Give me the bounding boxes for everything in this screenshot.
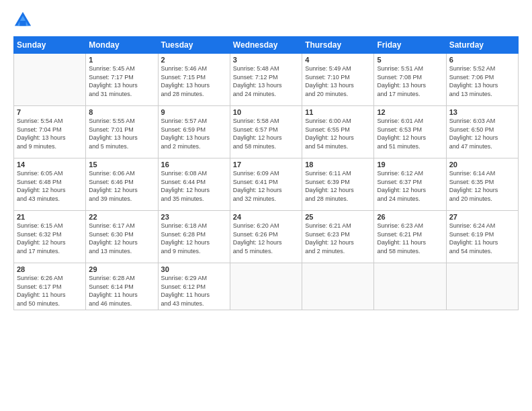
day-info: Sunrise: 6:14 AMSunset: 6:35 PMDaylight:…: [449, 169, 515, 203]
day-info: Sunrise: 6:28 AMSunset: 6:14 PMDaylight:…: [89, 274, 154, 308]
day-info: Sunrise: 5:52 AMSunset: 7:06 PMDaylight:…: [449, 64, 515, 98]
day-info: Sunrise: 6:21 AMSunset: 6:23 PMDaylight:…: [305, 222, 371, 255]
calendar-cell: 3Sunrise: 5:48 AMSunset: 7:12 PMDaylight…: [230, 54, 302, 106]
calendar-cell: 20Sunrise: 6:14 AMSunset: 6:35 PMDayligh…: [446, 158, 518, 211]
day-info: Sunrise: 6:29 AMSunset: 6:12 PMDaylight:…: [161, 274, 227, 308]
day-number: 16: [161, 161, 227, 169]
day-number: 19: [377, 161, 443, 169]
logo: [13, 11, 35, 30]
calendar-cell: [230, 263, 302, 310]
calendar-cell: 8Sunrise: 5:55 AMSunset: 7:01 PMDaylight…: [86, 106, 158, 158]
day-info: Sunrise: 5:54 AMSunset: 7:04 PMDaylight:…: [17, 117, 83, 150]
calendar-week-row: 7Sunrise: 5:54 AMSunset: 7:04 PMDaylight…: [14, 106, 519, 158]
day-number: 4: [305, 56, 371, 64]
day-info: Sunrise: 6:12 AMSunset: 6:37 PMDaylight:…: [377, 169, 443, 203]
calendar-cell: 2Sunrise: 5:46 AMSunset: 7:15 PMDaylight…: [158, 54, 230, 106]
calendar-cell: 9Sunrise: 5:57 AMSunset: 6:59 PMDaylight…: [158, 106, 230, 158]
calendar-cell: 19Sunrise: 6:12 AMSunset: 6:37 PMDayligh…: [374, 158, 446, 211]
day-info: Sunrise: 6:17 AMSunset: 6:30 PMDaylight:…: [89, 222, 154, 255]
calendar-cell: 13Sunrise: 6:03 AMSunset: 6:50 PMDayligh…: [446, 106, 518, 158]
day-number: 1: [89, 56, 154, 64]
calendar-cell: 12Sunrise: 6:01 AMSunset: 6:53 PMDayligh…: [374, 106, 446, 158]
day-number: 13: [449, 108, 515, 116]
calendar-cell: 23Sunrise: 6:18 AMSunset: 6:28 PMDayligh…: [158, 211, 230, 263]
calendar-cell: 15Sunrise: 6:06 AMSunset: 6:46 PMDayligh…: [86, 158, 158, 211]
calendar-cell: [446, 263, 518, 310]
weekday-header-friday: Friday: [374, 37, 446, 54]
day-number: 30: [161, 265, 227, 273]
weekday-header-row: SundayMondayTuesdayWednesdayThursdayFrid…: [14, 37, 519, 54]
calendar-cell: 24Sunrise: 6:20 AMSunset: 6:26 PMDayligh…: [230, 211, 302, 263]
day-info: Sunrise: 6:15 AMSunset: 6:32 PMDaylight:…: [17, 222, 83, 255]
weekday-header-wednesday: Wednesday: [230, 37, 302, 54]
day-number: 14: [17, 161, 83, 169]
day-info: Sunrise: 5:58 AMSunset: 6:57 PMDaylight:…: [233, 117, 299, 150]
day-number: 23: [161, 213, 227, 221]
day-number: 27: [449, 213, 515, 221]
calendar-cell: 5Sunrise: 5:51 AMSunset: 7:08 PMDaylight…: [374, 54, 446, 106]
day-info: Sunrise: 6:24 AMSunset: 6:19 PMDaylight:…: [449, 222, 515, 255]
day-number: 2: [161, 56, 227, 64]
calendar-cell: 16Sunrise: 6:08 AMSunset: 6:44 PMDayligh…: [158, 158, 230, 211]
calendar-cell: 22Sunrise: 6:17 AMSunset: 6:30 PMDayligh…: [86, 211, 158, 263]
calendar-cell: 29Sunrise: 6:28 AMSunset: 6:14 PMDayligh…: [86, 263, 158, 310]
calendar-week-row: 14Sunrise: 6:05 AMSunset: 6:48 PMDayligh…: [14, 158, 519, 211]
day-info: Sunrise: 6:09 AMSunset: 6:41 PMDaylight:…: [233, 169, 299, 203]
day-info: Sunrise: 5:48 AMSunset: 7:12 PMDaylight:…: [233, 64, 299, 98]
calendar-cell: [14, 54, 86, 106]
day-info: Sunrise: 5:51 AMSunset: 7:08 PMDaylight:…: [377, 64, 443, 98]
day-number: 29: [89, 265, 154, 273]
header: [13, 11, 519, 30]
calendar-page: SundayMondayTuesdayWednesdayThursdayFrid…: [0, 0, 532, 411]
calendar-cell: 4Sunrise: 5:49 AMSunset: 7:10 PMDaylight…: [302, 54, 374, 106]
weekday-header-thursday: Thursday: [302, 37, 374, 54]
day-number: 6: [449, 56, 515, 64]
day-number: 18: [305, 161, 371, 169]
weekday-header-sunday: Sunday: [14, 37, 86, 54]
day-info: Sunrise: 6:03 AMSunset: 6:50 PMDaylight:…: [449, 117, 515, 150]
day-number: 22: [89, 213, 154, 221]
calendar-cell: 26Sunrise: 6:23 AMSunset: 6:21 PMDayligh…: [374, 211, 446, 263]
day-number: 3: [233, 56, 299, 64]
weekday-header-saturday: Saturday: [446, 37, 518, 54]
calendar-table: SundayMondayTuesdayWednesdayThursdayFrid…: [13, 36, 519, 310]
calendar-cell: 25Sunrise: 6:21 AMSunset: 6:23 PMDayligh…: [302, 211, 374, 263]
day-info: Sunrise: 5:45 AMSunset: 7:17 PMDaylight:…: [89, 64, 154, 98]
day-info: Sunrise: 6:26 AMSunset: 6:17 PMDaylight:…: [17, 274, 83, 308]
svg-rect-2: [19, 21, 26, 26]
day-number: 20: [449, 161, 515, 169]
day-info: Sunrise: 5:55 AMSunset: 7:01 PMDaylight:…: [89, 117, 154, 150]
day-info: Sunrise: 5:57 AMSunset: 6:59 PMDaylight:…: [161, 117, 227, 150]
day-info: Sunrise: 6:11 AMSunset: 6:39 PMDaylight:…: [305, 169, 371, 203]
day-number: 9: [161, 108, 227, 116]
day-info: Sunrise: 6:23 AMSunset: 6:21 PMDaylight:…: [377, 222, 443, 255]
calendar-week-row: 28Sunrise: 6:26 AMSunset: 6:17 PMDayligh…: [14, 263, 519, 310]
day-info: Sunrise: 6:06 AMSunset: 6:46 PMDaylight:…: [89, 169, 154, 203]
day-info: Sunrise: 6:08 AMSunset: 6:44 PMDaylight:…: [161, 169, 227, 203]
day-number: 10: [233, 108, 299, 116]
calendar-week-row: 21Sunrise: 6:15 AMSunset: 6:32 PMDayligh…: [14, 211, 519, 263]
day-info: Sunrise: 6:18 AMSunset: 6:28 PMDaylight:…: [161, 222, 227, 255]
day-number: 5: [377, 56, 443, 64]
day-info: Sunrise: 6:01 AMSunset: 6:53 PMDaylight:…: [377, 117, 443, 150]
calendar-cell: 27Sunrise: 6:24 AMSunset: 6:19 PMDayligh…: [446, 211, 518, 263]
day-info: Sunrise: 6:05 AMSunset: 6:48 PMDaylight:…: [17, 169, 83, 203]
day-number: 12: [377, 108, 443, 116]
day-number: 24: [233, 213, 299, 221]
day-number: 15: [89, 161, 154, 169]
calendar-cell: [302, 263, 374, 310]
calendar-cell: 6Sunrise: 5:52 AMSunset: 7:06 PMDaylight…: [446, 54, 518, 106]
day-number: 21: [17, 213, 83, 221]
day-info: Sunrise: 5:49 AMSunset: 7:10 PMDaylight:…: [305, 64, 371, 98]
weekday-header-monday: Monday: [86, 37, 158, 54]
logo-icon: [13, 11, 32, 30]
day-info: Sunrise: 5:46 AMSunset: 7:15 PMDaylight:…: [161, 64, 227, 98]
day-info: Sunrise: 6:20 AMSunset: 6:26 PMDaylight:…: [233, 222, 299, 255]
calendar-cell: [374, 263, 446, 310]
day-number: 11: [305, 108, 371, 116]
calendar-cell: 14Sunrise: 6:05 AMSunset: 6:48 PMDayligh…: [14, 158, 86, 211]
calendar-cell: 28Sunrise: 6:26 AMSunset: 6:17 PMDayligh…: [14, 263, 86, 310]
day-number: 25: [305, 213, 371, 221]
calendar-week-row: 1Sunrise: 5:45 AMSunset: 7:17 PMDaylight…: [14, 54, 519, 106]
day-number: 28: [17, 265, 83, 273]
